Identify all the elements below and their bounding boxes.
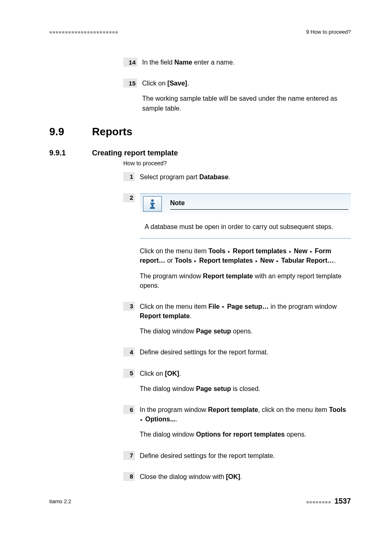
text-bold: New [294, 247, 307, 254]
step-number: 5 [123, 369, 135, 378]
text: The dialog window [140, 431, 196, 438]
step-body: Define desired settings for the report f… [140, 347, 351, 357]
text: Define desired settings for the report f… [140, 347, 351, 357]
text: Click on [140, 370, 165, 377]
menu-arrow-icon: ▸ [221, 304, 225, 309]
section-heading: 9.9 Reports [49, 125, 351, 138]
footer-right: ■■■■■■■■ 1537 [306, 497, 351, 506]
text-bold: [OK] [226, 473, 240, 480]
text: . [240, 473, 242, 480]
text: enter a name. [192, 59, 235, 66]
text-bold: Options... [145, 416, 175, 423]
text-bold: New [260, 257, 274, 264]
step-5: 5 Click on [OK]. The dialog window Page … [123, 369, 351, 393]
step-6: 6 In the program window Report template,… [123, 405, 351, 439]
text-bold: [Save] [167, 80, 187, 87]
step-number: 1 [123, 172, 135, 181]
text-bold: Tools [208, 247, 225, 254]
section-number: 9.9 [49, 125, 92, 138]
menu-arrow-icon: ▸ [140, 417, 143, 422]
step-body: Note A database must be open in order to… [140, 193, 351, 290]
text: opens. [231, 328, 252, 335]
svg-point-0 [151, 199, 154, 202]
page-number: 1537 [334, 497, 351, 505]
text-bold: Report template [208, 406, 258, 413]
page-header: ■■■■■■■■■■■■■■■■■■■■■■ 9 How to proceed? [49, 29, 351, 35]
step-2: 2 Note A databa [123, 193, 351, 290]
text-bold: Name [174, 59, 192, 66]
text-bold: Tools [175, 257, 191, 264]
menu-arrow-icon: ▸ [276, 259, 279, 263]
text-bold: Report template [140, 312, 190, 319]
text-bold: Database [199, 173, 228, 180]
step-3: 3 Click on the menu item File ▸ Page set… [123, 302, 351, 336]
note-title: Note [170, 198, 348, 210]
text: . [228, 173, 230, 180]
text: Close the dialog window with [140, 473, 226, 480]
text-bold: Report templates [199, 257, 253, 264]
step-number: 7 [123, 451, 135, 460]
text: is closed. [231, 385, 260, 392]
step-number: 15 [123, 79, 137, 88]
text: , click on the menu item [258, 406, 329, 413]
step-4: 4 Define desired settings for the report… [123, 347, 351, 357]
text: . [334, 257, 336, 264]
text-bold: Report template [203, 273, 253, 280]
header-decoration: ■■■■■■■■■■■■■■■■■■■■■■ [49, 30, 118, 35]
text: . [190, 312, 191, 319]
step-body: In the field Name enter a name. [142, 58, 351, 67]
subcaption: How to proceed? [123, 160, 351, 166]
subsection-number: 9.9.1 [49, 149, 92, 157]
note-body: A database must be open in order to carr… [140, 214, 351, 231]
text-bold: Tabular Report… [281, 257, 334, 264]
section-title: Reports [92, 125, 132, 138]
svg-rect-2 [152, 203, 154, 208]
step-number: 8 [123, 472, 135, 481]
step-body: Define desired settings for the report t… [140, 451, 351, 460]
step-7: 7 Define desired settings for the report… [123, 451, 351, 460]
step-body: In the program window Report template, c… [140, 405, 351, 439]
menu-arrow-icon: ▸ [309, 249, 313, 254]
step-1: 1 Select program part Database. [123, 172, 351, 182]
text: Click on the menu item [140, 303, 208, 310]
text-bold: Page setup [196, 328, 231, 335]
text: Define desired settings for the report t… [140, 451, 351, 460]
step-number: 3 [123, 302, 135, 311]
text: Click on [142, 80, 167, 87]
text: . [187, 80, 189, 87]
header-chapter: 9 How to proceed? [306, 29, 351, 35]
text-bold: Options for report templates [196, 431, 285, 438]
text-bold: [OK] [165, 370, 179, 377]
text: opens. [285, 431, 306, 438]
text-bold: Report templates [233, 247, 287, 254]
step-number: 6 [123, 405, 135, 414]
step-body: Select program part Database. [140, 172, 351, 182]
text: Click on the menu item [140, 247, 208, 254]
text-bold: File [208, 303, 220, 310]
page-footer: tiamo 2.2 ■■■■■■■■ 1537 [49, 497, 351, 506]
step-15: 15 Click on [Save]. The working sample t… [123, 79, 351, 113]
text: The dialog window [140, 328, 196, 335]
menu-arrow-icon: ▸ [255, 259, 258, 263]
menu-arrow-icon: ▸ [227, 249, 231, 254]
info-icon [143, 196, 162, 212]
step-number: 2 [123, 193, 135, 202]
text-bold: Page setup… [227, 303, 269, 310]
page-content: 14 In the field Name enter a name. 15 Cl… [49, 35, 351, 481]
menu-arrow-icon: ▸ [288, 249, 292, 254]
text: The program window [140, 273, 203, 280]
step-body: Click on the menu item File ▸ Page setup… [140, 302, 351, 336]
text: The working sample table will be saved u… [142, 94, 351, 113]
menu-arrow-icon: ▸ [194, 259, 197, 263]
text: The dialog window [140, 385, 196, 392]
step-number: 14 [123, 58, 137, 67]
step-8: 8 Close the dialog window with [OK]. [123, 472, 351, 481]
document-page: ■■■■■■■■■■■■■■■■■■■■■■ 9 How to proceed?… [0, 0, 392, 555]
step-number: 4 [123, 347, 135, 356]
text: . [179, 370, 181, 377]
subsection-title: Creating report template [92, 149, 178, 157]
text-bold: Tools [329, 406, 346, 413]
step-body: Click on [OK]. The dialog window Page se… [140, 369, 351, 393]
note-box: Note A database must be open in order to… [140, 193, 351, 239]
text-bold: Page setup [196, 385, 231, 392]
